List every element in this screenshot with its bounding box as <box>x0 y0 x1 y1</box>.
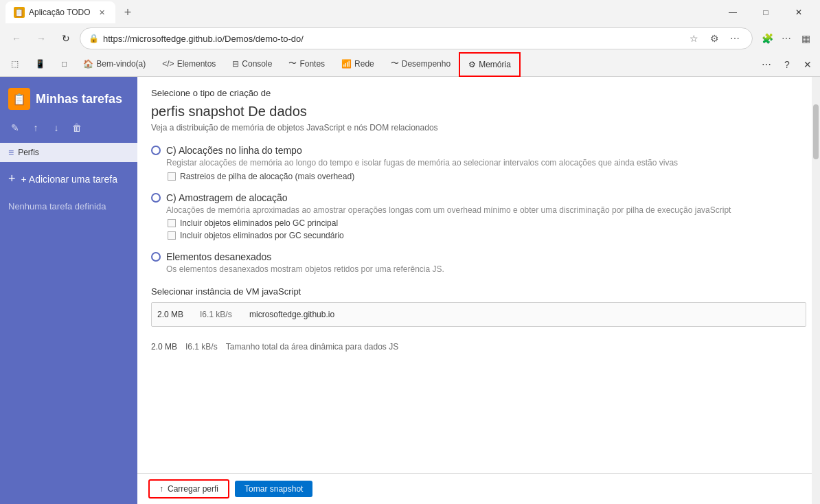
inspect-icon: ⬚ <box>11 59 19 69</box>
vm-footer-speed: I6.1 kB/s <box>185 342 218 352</box>
devtools-bottom-bar: ↑ Carregar perfi Tomar snapshot <box>137 473 820 504</box>
console-icon: ⊟ <box>232 59 239 69</box>
vm-footer: 2.0 MB I6.1 kB/s Tamanho total da área d… <box>151 338 806 354</box>
devtools-scrollbar[interactable] <box>812 77 820 504</box>
devtools-help-button[interactable]: ? <box>777 55 797 74</box>
address-bar-row: ← → ↻ 🔒 https://microsoftedge.github.io/… <box>0 25 820 52</box>
vm-size: 2.0 MB <box>157 310 192 319</box>
stack-traces-checkbox[interactable] <box>168 172 176 181</box>
load-profile-button[interactable]: ↑ Carregar perfi <box>148 479 229 499</box>
heap-snapshot-section: Veja a distribuição de memória de objeto… <box>151 122 806 134</box>
move-up-icon[interactable]: ↑ <box>26 118 45 137</box>
vm-url: microsoftedge.github.io <box>249 310 334 319</box>
perfis-item[interactable]: ≡ Perfis <box>0 143 137 162</box>
close-window-button[interactable]: ✕ <box>783 1 815 23</box>
address-field[interactable]: 🔒 https://microsoftedge.github.io/Demos/… <box>80 27 753 49</box>
timeline-alloc-desc: Registar alocações de memória ao longo d… <box>166 157 678 169</box>
maximize-button[interactable]: □ <box>750 1 782 23</box>
gc-major-checkbox[interactable] <box>168 219 176 227</box>
title-bar: 📋 Aplicação TODO ✕ + — □ ✕ <box>0 0 820 25</box>
devtools-tab-console-label: Console <box>242 59 272 69</box>
main-area: 📋 Minhas tarefas ✎ ↑ ↓ 🗑 ≡ Perfis + + Ad… <box>0 77 820 504</box>
sidebar-toggle-icon[interactable]: ▦ <box>797 30 815 47</box>
devtools-tab-picker[interactable]: □ <box>54 52 75 77</box>
forward-button[interactable]: → <box>30 27 52 49</box>
load-profile-label: Carregar perfi <box>168 484 218 494</box>
address-icons: ☆ ⚙ ⋯ <box>685 30 744 47</box>
detached-elements-option: Elementos desanexados Os elementos desan… <box>151 251 806 275</box>
timeline-alloc-radio[interactable] <box>151 146 161 155</box>
vm-speed: I6.1 kB/s <box>200 310 241 319</box>
devtools-tab-sources[interactable]: 〜 Fontes <box>280 52 333 77</box>
select-type-label: Selecione o tipo de criação de <box>151 88 806 98</box>
devtools-tab-memory[interactable]: ⚙ Memória <box>459 52 521 77</box>
app-logo: 📋 <box>8 88 30 110</box>
upload-icon: ↑ <box>159 484 163 494</box>
browser-settings-icon[interactable]: ⋯ <box>777 30 795 47</box>
perfis-dropdown: ≡ Perfis <box>0 143 137 162</box>
devtools-tab-welcome[interactable]: 🏠 Bem-vindo(a) <box>75 52 154 77</box>
vm-footer-label: Tamanho total da área dinâmica para dado… <box>226 342 399 352</box>
add-task-button[interactable]: + + Adicionar uma tarefa <box>0 165 137 193</box>
device-icon: 📱 <box>35 59 45 69</box>
scrollbar-thumb[interactable] <box>813 104 819 159</box>
favorites-icon[interactable]: ☆ <box>685 30 703 47</box>
back-button[interactable]: ← <box>5 27 27 49</box>
devtools-tab-console[interactable]: ⊟ Console <box>224 52 280 77</box>
window-controls: — □ ✕ <box>717 1 815 23</box>
refresh-button[interactable]: ↻ <box>55 27 77 49</box>
home-icon: 🏠 <box>83 59 93 69</box>
app-title: Minhas tarefas <box>36 92 122 106</box>
no-task-label: Nenhuma tarefa definida <box>0 193 137 220</box>
sampling-alloc-option: C) Amostragem de alocação Alocações de m… <box>151 192 806 216</box>
app-header: 📋 Minhas tarefas <box>0 77 137 115</box>
profile-icon[interactable]: ⚙ <box>705 30 723 47</box>
devtools-content: Selecione o tipo de criação de perfis sn… <box>137 77 820 473</box>
devtools-tab-network[interactable]: 📶 Rede <box>333 52 383 77</box>
picker-icon: □ <box>62 59 67 69</box>
devtools-more-button[interactable]: ⋯ <box>757 55 776 74</box>
detached-elements-section: Elementos desanexados Os elementos desan… <box>151 251 806 275</box>
devtools-panel: Selecione o tipo de criação de perfis sn… <box>137 77 820 504</box>
take-snapshot-button[interactable]: Tomar snapshot <box>235 481 312 497</box>
minimize-button[interactable]: — <box>717 1 749 23</box>
detached-elements-content: Elementos desanexados Os elementos desan… <box>166 251 444 275</box>
move-down-icon[interactable]: ↓ <box>47 118 66 137</box>
devtools-tab-elements-label: Elementos <box>177 59 216 69</box>
sampling-alloc-content: C) Amostragem de alocação Alocações de m… <box>166 192 731 216</box>
app-sidebar: 📋 Minhas tarefas ✎ ↑ ↓ 🗑 ≡ Perfis + + Ad… <box>0 77 137 504</box>
timeline-alloc-option: C) Alocações no linha do tempo Registar … <box>151 145 806 169</box>
devtools-tab-performance[interactable]: 〜 Desempenho <box>383 52 459 77</box>
timeline-alloc-content: C) Alocações no linha do tempo Registar … <box>166 145 678 169</box>
delete-icon[interactable]: 🗑 <box>67 118 87 137</box>
devtools-close-button[interactable]: ✕ <box>798 55 817 74</box>
edit-icon[interactable]: ✎ <box>5 118 25 137</box>
vm-selector-section: Selecionar instância de VM javaScript 2.… <box>151 286 806 327</box>
more-tools-icon[interactable]: ⋯ <box>726 30 744 47</box>
elements-icon: </> <box>162 59 174 69</box>
devtools-tab-performance-label: Desempenho <box>402 59 451 69</box>
gc-minor-label: Incluir objetos eliminados por GC secund… <box>180 231 344 240</box>
devtools-tab-device[interactable]: 📱 <box>27 52 54 77</box>
devtools-tab-elements[interactable]: </> Elementos <box>154 52 224 77</box>
app-toolbar: ✎ ↑ ↓ 🗑 <box>0 115 137 140</box>
devtools-tab-inspect[interactable]: ⬚ <box>3 52 27 77</box>
detached-elements-desc: Os elementos desanexados mostram objetos… <box>166 264 444 275</box>
gc-minor-checkbox[interactable] <box>168 231 176 240</box>
devtools-tab-welcome-label: Bem-vindo(a) <box>96 59 146 69</box>
browser-tab[interactable]: 📋 Aplicação TODO ✕ <box>5 1 115 23</box>
tab-close-button[interactable]: ✕ <box>96 7 107 18</box>
new-tab-button[interactable]: + <box>118 3 137 22</box>
tab-title: Aplicação TODO <box>29 8 91 17</box>
profiles-snapshot-title: perfis snapshot De dados <box>151 104 806 119</box>
sampling-alloc-radio[interactable] <box>151 193 161 203</box>
sampling-alloc-desc: Alocações de memória aproximadas ao amos… <box>166 205 731 216</box>
vm-selector[interactable]: 2.0 MB I6.1 kB/s microsoftedge.github.io <box>151 302 806 327</box>
gc-minor-checkbox-row: Incluir objetos eliminados por GC secund… <box>168 231 806 240</box>
heap-snapshot-desc: Veja a distribuição de memória de objeto… <box>151 122 806 134</box>
vm-footer-size: 2.0 MB <box>151 342 177 352</box>
stack-traces-label: Rastreios de pilha de alocação (mais ove… <box>180 172 354 181</box>
devtools-toolbar: ⬚ 📱 □ 🏠 Bem-vindo(a) </> Elementos ⊟ Con… <box>0 52 820 77</box>
extensions-icon[interactable]: 🧩 <box>758 30 776 47</box>
detached-elements-radio[interactable] <box>151 252 161 262</box>
